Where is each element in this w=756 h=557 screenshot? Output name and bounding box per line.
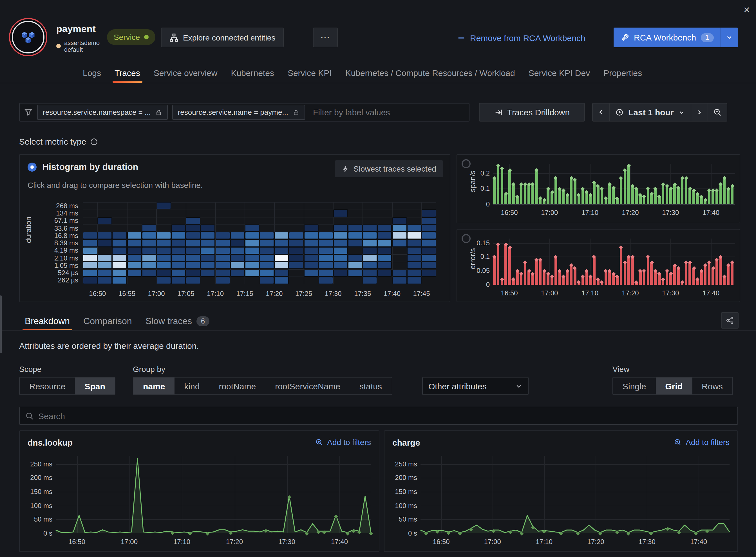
heatmap-cell: [113, 240, 127, 246]
tab-kubernetes-compute-resources-workload[interactable]: Kubernetes / Compute Resources / Workloa…: [340, 62, 521, 83]
workbench-dropdown-toggle[interactable]: [721, 28, 738, 47]
tab-kubernetes[interactable]: Kubernetes: [225, 62, 279, 83]
add-to-filters-link[interactable]: Add to filters: [315, 438, 371, 447]
scope-segmented-control: ResourceSpan: [19, 377, 115, 395]
bar-marker: [577, 193, 581, 197]
span-rate-bar: [558, 189, 561, 204]
breakdown-tab-breakdown[interactable]: Breakdown: [19, 311, 76, 331]
tab-service-kpi-dev[interactable]: Service KPI Dev: [523, 62, 595, 83]
entity-subtitle: assertsdemo default: [56, 39, 100, 53]
group-by-option-name[interactable]: name: [133, 378, 174, 394]
time-shift-forward-button[interactable]: [691, 104, 707, 121]
group-by-option-status[interactable]: status: [350, 378, 392, 394]
group-by-option-rootname[interactable]: rootName: [209, 378, 265, 394]
zoom-out-time-button[interactable]: [708, 104, 727, 121]
span-rate-bar: [716, 190, 718, 204]
view-option-grid[interactable]: Grid: [655, 378, 692, 394]
heatmap-cell: [422, 217, 436, 224]
tab-traces[interactable]: Traces: [109, 62, 146, 83]
error-rate-bar: [597, 279, 599, 285]
duration-heatmap[interactable]: [83, 202, 436, 284]
bar-marker: [588, 274, 592, 278]
explore-connected-entities-button[interactable]: Explore connected entities: [161, 28, 284, 47]
span-rate-bar: [673, 184, 676, 204]
heatmap-cell: [407, 225, 421, 232]
label-filter-bar[interactable]: resource.service.namespace = ...resource…: [19, 103, 470, 121]
charge-line-chart[interactable]: [420, 456, 730, 536]
tab-service-kpi[interactable]: Service KPI: [282, 62, 337, 83]
view-option-rows[interactable]: Rows: [692, 378, 732, 394]
error-rate-radio[interactable]: [461, 234, 471, 243]
heatmap-cell: [113, 277, 127, 284]
scope-option-resource[interactable]: Resource: [20, 378, 75, 394]
error-rate-bar: [608, 271, 611, 285]
heatmap-cell: [304, 270, 318, 276]
rca-workbench-main[interactable]: RCA Workbench 1: [614, 28, 720, 47]
heatmap-cell: [334, 255, 347, 261]
time-range-button[interactable]: Last 1 hour: [610, 104, 691, 121]
heatmap-cell: [157, 277, 171, 284]
view-option-single[interactable]: Single: [613, 378, 655, 394]
scope-option-span[interactable]: Span: [75, 378, 115, 394]
other-attributes-value: Other attributes: [428, 381, 487, 391]
share-button[interactable]: [721, 312, 738, 329]
group-by-option-rootservicename[interactable]: rootServiceName: [265, 378, 350, 394]
heatmap-cell: [128, 232, 141, 239]
bar-marker: [669, 272, 673, 276]
bar-marker: [596, 184, 600, 188]
group-by-option-kind[interactable]: kind: [174, 378, 209, 394]
bar-marker: [665, 269, 669, 273]
time-tick-label: 16:55: [117, 290, 137, 298]
breakdown-tab-slow-traces[interactable]: Slow traces6: [140, 311, 215, 331]
time-tick-label: 17:30: [323, 290, 343, 298]
heatmap-cell: [422, 247, 436, 254]
error-rate-bar: [505, 244, 507, 285]
bar-marker: [569, 176, 573, 180]
span-rate-bar: [562, 190, 565, 204]
add-to-filters-label: Add to filters: [327, 438, 371, 447]
error-rate-bar: [573, 268, 576, 285]
heatmap-cell: [113, 262, 127, 269]
add-to-filters-link[interactable]: Add to filters: [674, 438, 730, 447]
tab-properties[interactable]: Properties: [598, 62, 648, 83]
heatmap-cell: [319, 270, 332, 276]
filter-chip-1[interactable]: resource.service.name = payme...: [172, 105, 305, 120]
heatmap-cell: [172, 247, 185, 254]
error-rate-bar: [666, 271, 668, 285]
heatmap-cell: [422, 232, 436, 239]
histogram-duration-radio[interactable]: [28, 163, 36, 172]
heatmap-cell: [172, 225, 185, 232]
traces-drilldown-button[interactable]: Traces Drilldown: [479, 103, 585, 121]
heatmap-cell: [393, 277, 406, 284]
left-scrollbar-thumb[interactable]: [0, 295, 2, 353]
error-rate-bar: [700, 271, 703, 285]
span-rate-ytick: 0.1: [471, 185, 490, 193]
bar-marker: [523, 261, 527, 264]
tab-service-overview[interactable]: Service overview: [148, 62, 223, 83]
other-attributes-select[interactable]: Other attributes: [422, 377, 529, 395]
error-rate-ytick: 0.1: [471, 253, 490, 261]
more-actions-button[interactable]: ⋯: [313, 28, 338, 47]
duration-tick-label: 262 µs: [33, 276, 78, 285]
filter-chip-0[interactable]: resource.service.namespace = ...: [37, 105, 168, 120]
time-shift-back-button[interactable]: [593, 104, 609, 121]
tab-logs[interactable]: Logs: [77, 62, 107, 83]
dns-lookup-line-chart[interactable]: [56, 456, 371, 536]
heatmap-cell: [334, 210, 347, 216]
bar-marker: [730, 261, 734, 264]
filter-chip-label: resource.service.namespace = ...: [43, 108, 151, 116]
filter-input-placeholder[interactable]: Filter by label values: [313, 108, 390, 117]
breakdown-tab-comparison[interactable]: Comparison: [78, 311, 138, 331]
heatmap-cell: [157, 255, 171, 261]
time-xtick: 17:10: [534, 538, 554, 546]
attribute-search-input[interactable]: Search: [19, 407, 738, 425]
span-rate-radio[interactable]: [461, 159, 471, 168]
remove-from-workbench-link[interactable]: Remove from RCA Workbench: [457, 32, 585, 43]
info-icon[interactable]: [90, 138, 98, 145]
close-icon[interactable]: ×: [744, 4, 750, 15]
bar-marker: [512, 182, 515, 186]
heatmap-cell: [260, 247, 274, 254]
slowest-traces-badge[interactable]: Slowest traces selected: [335, 160, 443, 177]
error-rate-bar: [681, 282, 684, 285]
funnel-icon: [24, 108, 33, 116]
